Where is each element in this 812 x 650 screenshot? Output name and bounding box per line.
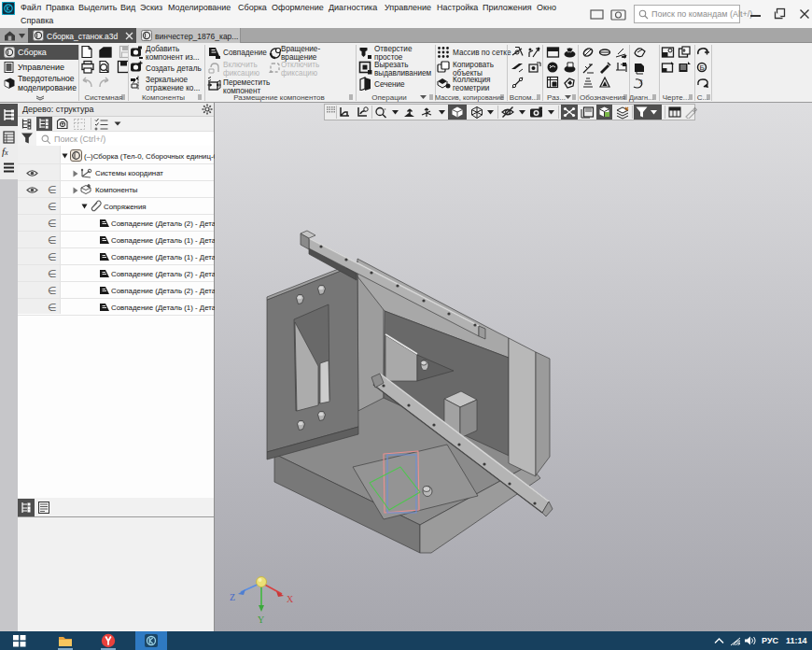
svg-text:X: X bbox=[287, 594, 294, 604]
svg-text:?: ? bbox=[638, 78, 643, 86]
svg-text:Z: Z bbox=[230, 592, 235, 602]
svg-text:Y: Y bbox=[258, 615, 264, 625]
svg-text:Б: Б bbox=[700, 64, 705, 72]
